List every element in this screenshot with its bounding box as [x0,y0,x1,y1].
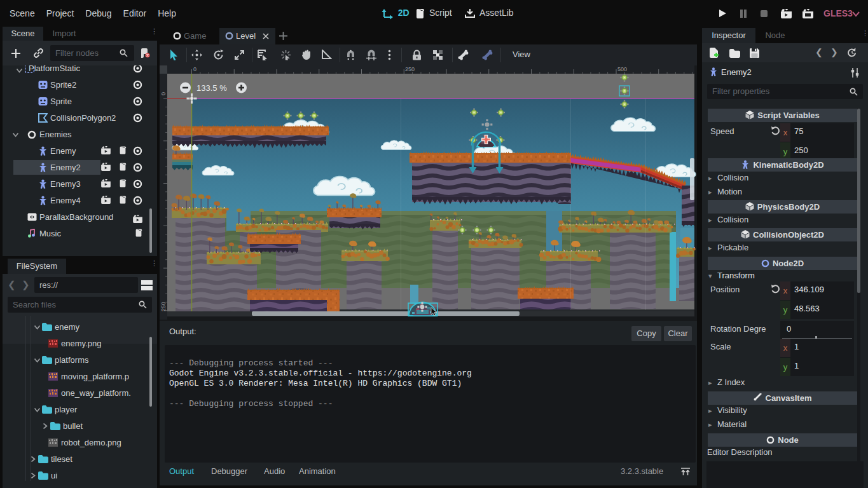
svg-text:500: 500 [617,66,627,72]
svg-text:133.5 %: 133.5 % [196,83,227,93]
svg-text:250: 250 [160,302,167,311]
svg-text:0: 0 [160,92,167,95]
svg-text:250: 250 [405,66,415,72]
svg-text:0: 0 [193,66,196,72]
